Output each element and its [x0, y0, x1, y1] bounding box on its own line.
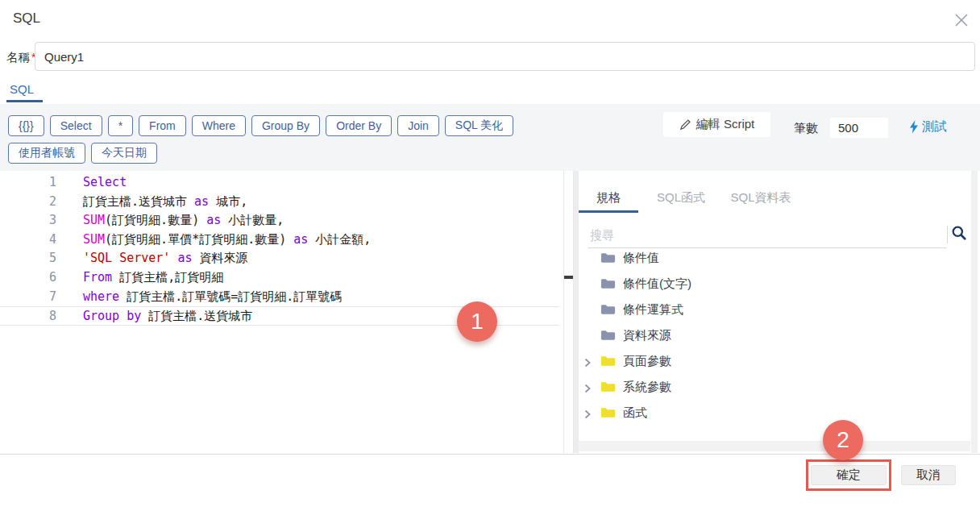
tree-item-label: 條件運算式	[623, 302, 683, 318]
query-name-input[interactable]	[35, 42, 975, 71]
code-token-plain: 小計數量,	[221, 213, 284, 227]
close-icon[interactable]	[952, 10, 971, 30]
code-token-kw: as	[206, 213, 221, 227]
sql-dialog: SQL 名稱* SQL {{}}Select*FromWhereGroup By…	[0, 0, 980, 507]
toolbar-row-1: {{}}Select*FromWhereGroup ByOrder ByJoin…	[8, 115, 513, 136]
code-token-fn: SUM	[83, 232, 105, 247]
toolbar-row-2: 使用者帳號今天日期	[8, 143, 157, 164]
code-token-plain: 訂貨主檔,訂貨明細	[112, 270, 223, 285]
sql-helper-button-5[interactable]: Group By	[251, 115, 320, 136]
tab-sql[interactable]: SQL	[10, 82, 34, 96]
line-number: 8	[0, 307, 83, 326]
code-token-kw: Select	[83, 175, 127, 189]
tree-item-1[interactable]: 條件值(文字)	[579, 271, 970, 297]
tree-item-label: 條件值	[623, 251, 659, 266]
code-line-5[interactable]: 5'SQL Server' as 資料來源	[0, 249, 559, 268]
chevron-right-icon[interactable]	[583, 382, 592, 392]
tree-item-label: 資料來源	[623, 328, 671, 343]
tree-item-5[interactable]: 系統參數	[579, 374, 970, 400]
line-number: 7	[0, 288, 83, 307]
folder-icon	[600, 251, 616, 264]
sql-helper-button-4[interactable]: Where	[192, 115, 246, 136]
editor-scrollbar[interactable]	[563, 171, 574, 453]
editor-scrollbar-thumb[interactable]	[564, 276, 573, 279]
code-token-plain: 小計金額,	[308, 232, 371, 247]
ok-button[interactable]: 確定	[811, 465, 887, 485]
sql-toolbar: {{}}Select*FromWhereGroup ByOrder ByJoin…	[0, 104, 980, 171]
panel-horizontal-scrollbar[interactable]	[579, 441, 970, 451]
tree-item-label: 條件值(文字)	[623, 276, 691, 292]
code-token-plain: 資料來源	[192, 251, 247, 265]
tab-spec[interactable]: 規格	[579, 179, 638, 213]
code-token-plain: 城市,	[209, 194, 247, 209]
code-line-6[interactable]: 6From 訂貨主檔,訂貨明細	[0, 268, 559, 288]
test-button[interactable]: 測試	[904, 118, 952, 136]
folder-icon	[600, 303, 616, 316]
tree-item-3[interactable]: 資料來源	[579, 322, 970, 348]
code-line-2[interactable]: 2訂貨主檔.送貨城市 as 城市,	[0, 193, 559, 212]
pencil-icon	[679, 118, 691, 131]
tree-item-6[interactable]: 函式	[579, 400, 970, 426]
code-token-plain: 訂貨主檔.訂單號碼=訂貨明細.訂單號碼	[119, 289, 342, 304]
code-token-kw: From	[83, 270, 112, 285]
dialog-title: SQL	[13, 10, 40, 27]
sql-helper-button-6[interactable]: Order By	[326, 115, 392, 136]
code-token-kw: where	[83, 289, 119, 304]
code-token-kw: as	[293, 232, 308, 247]
chevron-right-icon[interactable]	[583, 356, 592, 366]
edit-script-button[interactable]: 編輯 Script	[663, 112, 770, 137]
folder-icon	[600, 380, 616, 393]
code-line-1[interactable]: 1Select	[0, 173, 559, 193]
sql-helper-button-7[interactable]: Join	[397, 115, 439, 136]
tab-sql-underline	[6, 100, 43, 102]
line-number: 3	[0, 211, 83, 231]
code-token-fn: SUM	[83, 213, 105, 227]
code-token-plain: 訂貨主檔.送貨城市	[141, 309, 252, 323]
sql-helper-button-2[interactable]: *	[108, 115, 133, 136]
code-line-3[interactable]: 3SUM(訂貨明細.數量) as 小計數量,	[0, 211, 559, 231]
line-number: 5	[0, 249, 83, 268]
line-number: 2	[0, 193, 83, 212]
name-label: 名稱*	[6, 50, 36, 65]
search-divider	[947, 226, 948, 243]
code-token-plain: (訂貨明細.單價*訂貨明細.數量)	[105, 232, 293, 247]
folder-icon	[600, 329, 616, 342]
folder-icon	[600, 355, 616, 368]
lightning-icon	[909, 120, 919, 134]
line-number: 4	[0, 231, 83, 250]
row-count-label: 筆數	[794, 121, 818, 136]
helper-panel-tabs: 規格 SQL函式 SQL資料表	[579, 179, 799, 213]
folder-icon	[600, 277, 616, 290]
cancel-button[interactable]: 取消	[901, 465, 956, 485]
chevron-right-icon[interactable]	[583, 408, 592, 418]
annotation-step-2: 2	[823, 420, 863, 460]
sql-helper-button-3[interactable]: From	[139, 115, 186, 136]
code-token-kw: as	[177, 251, 192, 265]
search-icon[interactable]	[951, 225, 967, 241]
tree-item-4[interactable]: 頁面參數	[579, 348, 970, 374]
spec-tree: 條件值條件值(文字)條件運算式資料來源頁面參數系統參數函式	[579, 245, 970, 426]
tree-item-2[interactable]: 條件運算式	[579, 297, 970, 322]
tab-sql-tables[interactable]: SQL資料表	[722, 179, 799, 213]
code-token-plain: 訂貨主檔.送貨城市	[83, 194, 194, 209]
code-token-str: 'SQL Server'	[83, 251, 170, 265]
row-count-input[interactable]	[830, 118, 888, 138]
code-line-4[interactable]: 4SUM(訂貨明細.單價*訂貨明細.數量) as 小計金額,	[0, 231, 559, 250]
line-number: 6	[0, 268, 83, 288]
annotation-step-1: 1	[457, 301, 497, 342]
sql-helper-button-0[interactable]: 使用者帳號	[8, 143, 85, 164]
panel-vertical-scrollbar[interactable]	[971, 171, 978, 453]
folder-icon	[600, 406, 616, 419]
sql-helper-button-1[interactable]: Select	[50, 115, 102, 136]
sql-helper-button-1[interactable]: 今天日期	[91, 143, 157, 164]
sql-helper-button-0[interactable]: {{}}	[8, 115, 44, 136]
helper-panel: 規格 SQL函式 SQL資料表 條件值條件值(文字)條件運算式資料來源頁面參數系…	[579, 171, 970, 453]
tree-item-label: 頁面參數	[623, 354, 671, 369]
code-token-kw: Group by	[83, 309, 141, 323]
tree-item-label: 系統參數	[623, 380, 671, 395]
tab-sql-functions[interactable]: SQL函式	[645, 179, 717, 213]
sql-helper-button-8[interactable]: SQL 美化	[445, 115, 513, 136]
code-token-kw: as	[194, 194, 209, 209]
tree-item-0[interactable]: 條件值	[579, 245, 970, 271]
tree-item-label: 函式	[623, 405, 647, 421]
